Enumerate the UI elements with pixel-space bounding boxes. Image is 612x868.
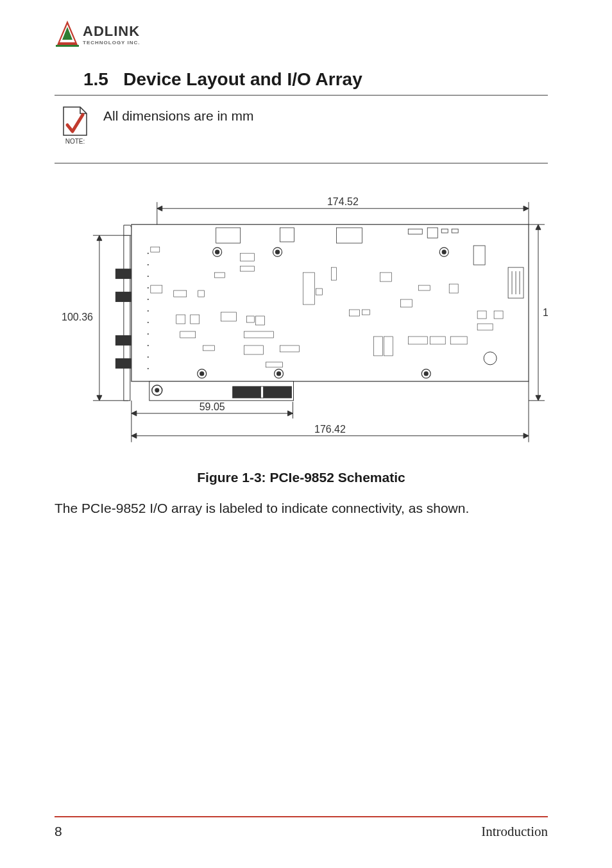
svg-point-95 [148,287,149,288]
footer-section-name: Introduction [481,824,548,840]
svg-rect-84 [408,337,427,344]
dim-top: 174.52 [327,196,359,207]
svg-rect-83 [400,299,412,307]
svg-rect-68 [221,312,237,321]
svg-rect-66 [180,331,196,338]
svg-rect-75 [303,272,314,305]
svg-rect-89 [477,311,486,319]
svg-marker-5 [157,206,162,211]
svg-marker-16 [536,396,541,401]
svg-rect-82 [384,337,393,356]
svg-rect-77 [331,267,336,280]
svg-rect-69 [247,316,255,322]
svg-rect-78 [349,310,359,316]
svg-point-50 [424,372,428,376]
svg-rect-28 [264,387,292,398]
svg-marker-15 [536,224,541,230]
logo-brand: ADLINK [83,23,140,40]
svg-rect-34 [336,228,362,243]
svg-rect-29 [261,387,264,398]
svg-point-94 [148,276,149,277]
svg-point-92 [148,253,149,254]
svg-point-93 [148,264,149,265]
svg-rect-81 [373,337,382,356]
svg-rect-79 [362,310,370,315]
svg-rect-71 [244,331,274,338]
svg-rect-38 [452,229,458,233]
dim-bottom-short: 59.05 [200,401,225,412]
svg-rect-80 [380,272,391,281]
svg-rect-67 [203,346,215,351]
svg-rect-58 [151,285,162,293]
svg-point-100 [148,345,149,346]
dim-bottom-long: 176.42 [314,424,346,435]
svg-marker-10 [97,235,102,240]
dim-right: 111.15 [543,307,548,318]
note-text: All dimensions are in mm [103,108,254,124]
svg-rect-57 [151,247,160,252]
svg-rect-88 [449,284,458,293]
svg-marker-105 [288,411,293,416]
figure-caption: Figure 1-3: PCIe-9852 Schematic [55,470,548,485]
svg-rect-27 [233,387,261,398]
svg-point-40 [216,250,219,254]
section-title: Device Layout and I/O Array [123,69,362,89]
svg-rect-3 [56,45,79,47]
note-sheet-icon [61,106,89,137]
svg-rect-32 [216,228,241,243]
svg-rect-61 [241,253,255,261]
note-block: NOTE: All dimensions are in mm [55,106,548,145]
svg-marker-104 [132,411,137,416]
pcie-schematic-icon: 174.52 100.36 111.15 [55,189,548,452]
svg-rect-62 [241,266,255,271]
svg-point-96 [148,299,149,300]
svg-rect-37 [441,229,448,233]
svg-rect-85 [430,337,445,344]
schematic-figure: 174.52 100.36 111.15 [55,189,548,452]
divider [55,95,548,96]
svg-point-42 [276,250,280,254]
svg-point-102 [148,368,149,369]
section-heading: 1.5 Device Layout and I/O Array [83,69,548,90]
svg-point-51 [484,352,497,365]
svg-rect-36 [427,228,438,238]
svg-marker-110 [523,433,529,438]
svg-rect-65 [191,315,200,324]
adlink-triangle-icon [55,18,80,50]
svg-rect-73 [280,346,300,352]
svg-rect-87 [418,285,430,290]
svg-rect-35 [408,229,422,234]
svg-rect-74 [266,362,283,367]
note-label: NOTE: [65,138,85,145]
svg-point-101 [148,356,149,358]
svg-rect-90 [494,311,503,319]
svg-rect-60 [198,290,205,297]
logo-subbrand: TECHNOLOGY INC. [83,40,140,46]
svg-point-31 [155,388,159,392]
footer-divider [55,816,548,817]
page-footer: 8 Introduction [55,816,548,840]
divider [55,163,548,163]
svg-marker-109 [132,433,137,438]
svg-rect-52 [473,246,485,265]
logo: ADLINK TECHNOLOGY INC. [55,18,548,50]
dim-left: 100.36 [62,312,93,322]
svg-rect-33 [280,228,294,242]
svg-rect-91 [477,324,493,330]
svg-point-99 [148,333,149,335]
svg-marker-6 [523,206,529,211]
svg-rect-63 [215,272,225,278]
svg-rect-19 [124,235,130,401]
svg-marker-11 [97,396,102,401]
svg-point-48 [277,372,281,376]
body-paragraph: The PCIe-9852 I/O array is labeled to in… [55,499,548,517]
svg-rect-64 [176,315,185,324]
svg-rect-25 [132,224,529,381]
svg-point-44 [442,250,446,254]
svg-rect-59 [174,290,187,297]
svg-rect-70 [256,316,265,325]
page-number: 8 [55,824,62,840]
svg-rect-72 [244,346,264,355]
section-number: 1.5 [83,69,108,89]
svg-point-97 [148,310,149,312]
